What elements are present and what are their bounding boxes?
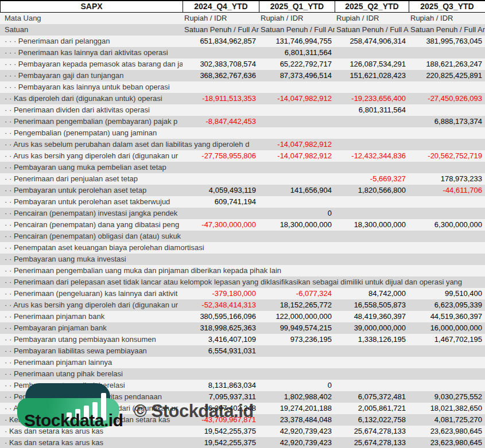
row-label: · · Pembayaran pinjaman bank	[0, 322, 183, 334]
cell-value: -12,432,344,836	[335, 150, 409, 162]
row-label: · · Pencairan (penempatan) investasi jan…	[0, 208, 183, 219]
table-row: · · Penerimaan utang pihak berelasi	[0, 368, 485, 380]
cell-value: 23,623,980,645	[409, 437, 485, 448]
row-label: · · Pembayaran uang muka pembelian aset …	[0, 162, 183, 173]
row-label: · · Pengembalian (penempatan) uang jamin…	[0, 127, 183, 139]
cell-value: 1,802,988,402	[259, 391, 335, 403]
cell-value: -52,348,414,313	[183, 299, 259, 311]
row-label: · · · Penerimaan dari pelanggan	[0, 36, 183, 47]
cell-value: 99,949,574,215	[259, 322, 335, 334]
cell-value: 18,300,000,000	[259, 219, 335, 231]
cell-value: 302,383,708,574	[183, 59, 259, 70]
column-header-2024-q4: 2024_Q4_YTD	[183, 1, 259, 12]
cell-value: -379,180,000	[183, 288, 259, 299]
row-label: · · Penerimaan (pengeluaran) kas lainnya…	[0, 288, 183, 299]
table-row: · · · Penerimaan kas lainnya dari aktivi…	[0, 47, 485, 59]
row-label: · · Pencairan (penempatan) obligasi dan …	[0, 231, 183, 242]
row-label: · · Pembayaran liabilitas sewa pembiayaa…	[0, 345, 183, 357]
cell-value: 651,834,962,857	[183, 36, 259, 47]
row-label: · · · Pembayaran kepada pemasok atas bar…	[0, 59, 183, 70]
cell-value: 220,825,425,891	[409, 70, 485, 81]
row-label: · · Pembayaran untuk perolehan aset takb…	[0, 196, 183, 208]
row-label: · · Penempatan aset keuangan biaya perol…	[0, 242, 485, 254]
row-label: · · Penerimaan pinjaman lainnya	[0, 357, 183, 368]
row-label: · · Arus kas bersih yang diperoleh dari …	[0, 299, 183, 311]
table-row: · · · Pembayaran kepada pemasok atas bar…	[0, 59, 485, 70]
cell-value: 84,742,000	[335, 288, 409, 299]
row-label: · · Penerimaan pinjaman bank	[0, 311, 183, 322]
table-row: · · Pencairan (penempatan) investasi jan…	[0, 208, 485, 219]
cell-value: 6,623,095,339	[409, 299, 485, 311]
row-label: · · Penerimaan dari penjualan aset tetap	[0, 173, 183, 185]
table-row: · · Pembayaran untuk perolehan aset teta…	[0, 185, 485, 196]
table-row: · · Pembayaran uang muka pembelian aset …	[0, 162, 485, 173]
cell-value: 1,338,126,195	[335, 334, 409, 345]
unit-row: Satuan Satuan Penuh / Full Amount Satuan…	[0, 24, 485, 36]
cell-value: 42,920,739,423	[259, 426, 335, 437]
cell-value: 6,132,022,758	[335, 414, 409, 426]
ticker-header-cell: SAPX	[0, 1, 183, 12]
unit-value: Satuan Penuh / Full Amount	[335, 24, 409, 36]
cell-value: -8,847,442,453	[183, 116, 259, 127]
cell-value: -18,911,513,353	[183, 93, 259, 104]
currency-value: Rupiah / IDR	[335, 13, 409, 24]
table-row: · · Pembayaran pinjaman bank318,998,625,…	[0, 322, 485, 334]
currency-value: Rupiah / IDR	[409, 13, 485, 24]
row-label: · · Pembayaran untuk perolehan aset teta…	[0, 185, 183, 196]
cell-value: 44,519,360,397	[409, 311, 485, 322]
row-label: · · · Penerimaan kas lainnya dari aktivi…	[0, 47, 183, 59]
cell-value: -5,669,327	[335, 173, 409, 185]
cell-value: -47,300,000,000	[183, 219, 259, 231]
unit-value: Satuan Penuh / Full Amount	[183, 24, 259, 36]
row-label: · · Penerimaan pengembalian uang muka da…	[0, 265, 485, 276]
cell-value: -14,047,982,912	[259, 150, 335, 162]
cashflow-spreadsheet: SAPX 2024_Q4_YTD 2025_Q1_YTD 2025_Q2_YTD…	[0, 0, 485, 448]
cell-value: 9,030,275,552	[409, 391, 485, 403]
table-row: · · Pembayaran uang muka investasi	[0, 254, 485, 265]
table-row: · · Pencairan (penempatan) obligasi dan …	[0, 231, 485, 242]
copyright-watermark: © Stockdata.id	[134, 401, 254, 422]
cell-value: 178,973,233	[409, 173, 485, 185]
brand-name-text: Stockdata.id	[24, 411, 123, 430]
table-row: · · Penerimaan dari penjualan aset tetap…	[0, 173, 485, 185]
table-row: · · Penerimaan pengembalian uang muka da…	[0, 265, 485, 276]
cell-value: 39,000,000,000	[335, 322, 409, 334]
cell-value: 99,510,400	[409, 288, 485, 299]
row-label: · · Pembayaran uang muka investasi	[0, 254, 183, 265]
unit-value: Satuan Penuh / Full Amount	[409, 24, 485, 36]
currency-row-label: Mata Uang	[0, 13, 183, 24]
cell-value: -27,450,926,093	[409, 93, 485, 104]
table-row: · · Arus kas bersih yang diperoleh dari …	[0, 150, 485, 162]
row-label: · · Pembayaran utang pembiayaan konsumen	[0, 334, 183, 345]
cell-value: 1,467,702,195	[409, 334, 485, 345]
column-header-2025-q2: 2025_Q2_YTD	[335, 1, 409, 12]
cell-value: 18,021,382,650	[409, 403, 485, 414]
row-label: · · · Pembayaran kas lainnya untuk beban…	[0, 81, 183, 93]
currency-row: Mata Uang Rupiah / IDR Rupiah / IDR Rupi…	[0, 13, 485, 24]
cell-value: 6,075,372,481	[335, 391, 409, 403]
table-row: · · Pembayaran untuk perolehan aset takb…	[0, 196, 485, 208]
table-row: · · Kas diperoleh dari (digunakan untuk)…	[0, 93, 485, 104]
row-label: · · Penerimaan dividen dari aktivitas op…	[0, 104, 183, 116]
table-row: · · Pembayaran utang pembiayaan konsumen…	[0, 334, 485, 345]
cell-value: 3,416,407,109	[183, 334, 259, 345]
cell-value: 151,621,028,423	[335, 70, 409, 81]
cell-value: 25,674,278,133	[335, 426, 409, 437]
row-label: · · Arus kas sebelum perubahan dalam ase…	[0, 139, 259, 150]
cell-value: 4,081,725,270	[409, 414, 485, 426]
cell-value: 6,554,931,031	[183, 345, 259, 357]
cell-value: 6,801,311,564	[259, 47, 335, 59]
cell-value: 381,995,763,045	[409, 36, 485, 47]
cell-value: -6,077,324	[259, 288, 335, 299]
currency-value: Rupiah / IDR	[183, 13, 259, 24]
cell-value: 19,274,201,188	[259, 403, 335, 414]
cell-value: 318,998,625,363	[183, 322, 259, 334]
cell-value: -44,611,706	[409, 185, 485, 196]
cell-value: 42,920,739,423	[259, 437, 335, 448]
cell-value: 609,741,194	[183, 196, 259, 208]
cell-value: 6,801,311,564	[335, 104, 409, 116]
row-label: · · Penerimaan dari pelepasan aset tidak…	[0, 276, 485, 288]
cell-value: 2,005,861,721	[335, 403, 409, 414]
table-row: · · · Pembayaran gaji dan tunjangan368,3…	[0, 70, 485, 81]
cell-value: 126,087,534,291	[335, 59, 409, 70]
